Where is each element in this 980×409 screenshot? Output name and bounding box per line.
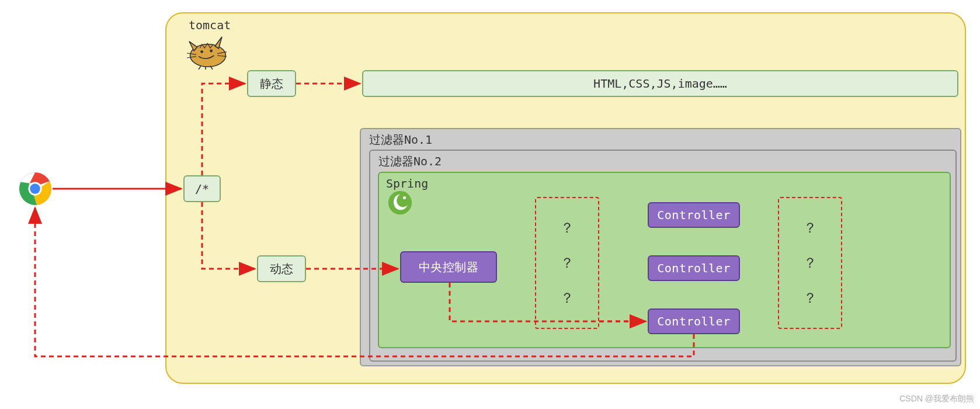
dynamic-node: 动态 <box>257 255 306 282</box>
svg-point-11 <box>403 196 406 199</box>
question-box-2: ？ ？ ？ <box>778 197 842 329</box>
q1b: ？ <box>560 254 574 272</box>
controller-2-text: Controller <box>657 261 730 275</box>
q2a: ？ <box>803 219 817 237</box>
central-controller-text: 中央控制器 <box>419 259 479 275</box>
q2c: ？ <box>803 289 817 307</box>
spring-logo-icon <box>388 190 412 215</box>
watermark-text: CSDN @我爱布朗熊 <box>899 394 974 404</box>
controller-1-text: Controller <box>657 208 730 222</box>
tomcat-label: tomcat <box>189 18 231 32</box>
filter2-label: 过滤器No.2 <box>378 154 442 169</box>
q1a: ？ <box>560 219 574 237</box>
static-node: 静态 <box>247 70 296 97</box>
controller-3-node: Controller <box>648 309 740 334</box>
static-text: 静态 <box>260 76 283 92</box>
svg-point-4 <box>200 50 203 53</box>
dynamic-text: 动态 <box>270 261 293 277</box>
controller-1-node: Controller <box>648 202 740 228</box>
wildcard-node: /* <box>183 175 221 202</box>
controller-3-text: Controller <box>657 314 730 328</box>
controller-2-node: Controller <box>648 255 740 281</box>
static-assets-node: HTML,CSS,JS,image…… <box>362 70 958 97</box>
chrome-browser-icon <box>18 172 52 206</box>
tomcat-logo-icon <box>180 32 231 70</box>
q2b: ？ <box>803 254 817 272</box>
q1c: ？ <box>560 289 574 307</box>
spring-label: Spring <box>386 176 428 190</box>
question-box-1: ？ ？ ？ <box>535 197 599 329</box>
static-assets-text: HTML,CSS,JS,image…… <box>593 77 727 91</box>
svg-point-10 <box>388 191 412 214</box>
central-controller-node: 中央控制器 <box>400 251 497 283</box>
wildcard-text: /* <box>195 182 209 196</box>
filter1-label: 过滤器No.1 <box>369 132 432 148</box>
svg-point-5 <box>210 50 213 53</box>
svg-point-2 <box>30 183 40 193</box>
